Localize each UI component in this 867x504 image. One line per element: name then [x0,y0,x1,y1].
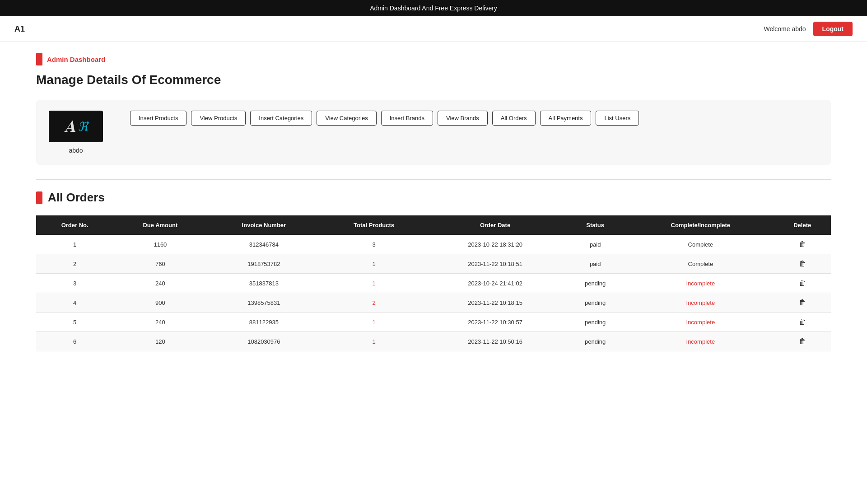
insert-brands-button[interactable]: Insert Brands [381,111,433,126]
navbar-right: Welcome abdo Logout [764,22,853,36]
banner-text: Admin Dashboard And Free Express Deliver… [370,5,497,12]
orders-tbody: 1 1160 312346784 3 2023-10-22 18:31:20 p… [36,235,831,351]
section-divider [36,179,831,180]
action-buttons-area: Insert Products View Products Insert Cat… [130,111,818,126]
delete-icon[interactable]: 🗑 [799,337,806,345]
cell-order-date: 2023-11-22 10:18:15 [427,293,563,313]
delete-icon[interactable]: 🗑 [799,279,806,287]
view-categories-button[interactable]: View Categories [317,111,376,126]
navbar: A1 Welcome abdo Logout [0,16,867,42]
cell-invoice: 312346784 [207,235,321,254]
insert-products-button[interactable]: Insert Products [130,111,186,126]
cell-order-date: 2023-10-22 18:31:20 [427,235,563,254]
cell-complete: Incomplete [627,274,774,293]
col-total-products: Total Products [321,215,427,235]
profile-card: 𝐀 ℜ abdo [49,111,103,154]
cell-due-amount: 1160 [113,235,207,254]
cell-delete[interactable]: 🗑 [774,235,831,254]
cell-invoice: 1082030976 [207,332,321,351]
welcome-text: Welcome abdo [764,25,806,33]
cell-invoice: 1918753782 [207,254,321,274]
cell-complete: Incomplete [627,332,774,351]
insert-categories-button[interactable]: Insert Categories [250,111,312,126]
cell-order-no: 5 [36,313,113,332]
table-row: 4 900 1398575831 2 2023-11-22 10:18:15 p… [36,293,831,313]
orders-table: Order No. Due Amount Invoice Number Tota… [36,215,831,351]
delete-icon[interactable]: 🗑 [799,260,806,267]
table-row: 3 240 351837813 1 2023-10-24 21:41:02 pe… [36,274,831,293]
col-invoice-number: Invoice Number [207,215,321,235]
cell-invoice: 881122935 [207,313,321,332]
view-products-button[interactable]: View Products [191,111,246,126]
top-banner: Admin Dashboard And Free Express Deliver… [0,0,867,16]
orders-section: All Orders Order No. Due Amount Invoice … [36,191,831,351]
cell-order-date: 2023-11-22 10:30:57 [427,313,563,332]
col-complete-incomplete: Complete/Incomplete [627,215,774,235]
profile-image: 𝐀 ℜ [49,111,103,142]
cell-invoice: 1398575831 [207,293,321,313]
cell-status: pending [563,313,627,332]
cell-status: paid [563,235,627,254]
col-order-date: Order Date [427,215,563,235]
cell-total-products: 3 [321,235,427,254]
col-due-amount: Due Amount [113,215,207,235]
cell-status: pending [563,293,627,313]
cell-order-no: 3 [36,274,113,293]
table-header: Order No. Due Amount Invoice Number Tota… [36,215,831,235]
cell-due-amount: 120 [113,332,207,351]
all-payments-button[interactable]: All Payments [540,111,592,126]
manage-title: Manage Details Of Ecommerce [36,73,831,87]
cell-due-amount: 240 [113,274,207,293]
cell-delete[interactable]: 🗑 [774,332,831,351]
cell-total-products: 2 [321,293,427,313]
table-row: 6 120 1082030976 1 2023-11-22 10:50:16 p… [36,332,831,351]
cell-delete[interactable]: 🗑 [774,274,831,293]
cell-order-date: 2023-10-24 21:41:02 [427,274,563,293]
admin-dashboard-title: Admin Dashboard [47,56,105,63]
cell-total-products: 1 [321,332,427,351]
brand-logo: A1 [14,24,25,34]
letter-r-icon: ℜ [78,119,88,134]
cell-delete[interactable]: 🗑 [774,293,831,313]
table-row: 2 760 1918753782 1 2023-11-22 10:18:51 p… [36,254,831,274]
profile-name: abdo [69,147,83,154]
delete-icon[interactable]: 🗑 [799,318,806,326]
cell-total-products: 1 [321,274,427,293]
cell-due-amount: 240 [113,313,207,332]
letter-a-icon: 𝐀 [64,117,76,136]
red-bar-icon [36,53,42,65]
cell-order-no: 6 [36,332,113,351]
cell-order-no: 2 [36,254,113,274]
delete-icon[interactable]: 🗑 [799,299,806,306]
cell-status: paid [563,254,627,274]
cell-status: pending [563,332,627,351]
cell-complete: Complete [627,254,774,274]
col-status: Status [563,215,627,235]
col-order-no: Order No. [36,215,113,235]
admin-dashboard-label: Admin Dashboard [36,53,831,65]
orders-title-row: All Orders [36,191,831,205]
view-brands-button[interactable]: View Brands [438,111,488,126]
cell-status: pending [563,274,627,293]
cell-order-date: 2023-11-22 10:50:16 [427,332,563,351]
orders-red-bar-icon [36,191,42,204]
cell-due-amount: 900 [113,293,207,313]
cell-complete: Incomplete [627,293,774,313]
cell-total-products: 1 [321,254,427,274]
table-row: 1 1160 312346784 3 2023-10-22 18:31:20 p… [36,235,831,254]
logout-button[interactable]: Logout [813,22,853,36]
cell-due-amount: 760 [113,254,207,274]
col-delete: Delete [774,215,831,235]
cell-order-date: 2023-11-22 10:18:51 [427,254,563,274]
all-orders-button[interactable]: All Orders [492,111,536,126]
orders-title: All Orders [48,191,105,205]
cell-order-no: 4 [36,293,113,313]
cell-total-products: 1 [321,313,427,332]
cell-complete: Incomplete [627,313,774,332]
list-users-button[interactable]: List Users [596,111,639,126]
cell-delete[interactable]: 🗑 [774,313,831,332]
delete-icon[interactable]: 🗑 [799,240,806,248]
main-content: Admin Dashboard Manage Details Of Ecomme… [0,42,867,362]
table-row: 5 240 881122935 1 2023-11-22 10:30:57 pe… [36,313,831,332]
cell-delete[interactable]: 🗑 [774,254,831,274]
